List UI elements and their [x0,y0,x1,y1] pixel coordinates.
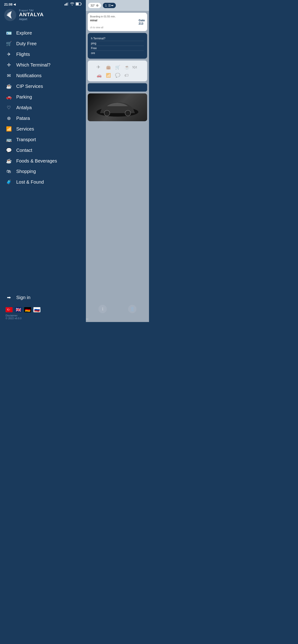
main-content-overlay: 32° ⚙ 1 ☰➡ Boarding in 01:55 min. minal … [86,0,149,322]
nav-item-flights[interactable]: ✈ Flights [0,49,86,60]
gate-number: 213 [139,22,145,25]
nav-label-services: Services [16,126,34,132]
sign-in-icon: ➡ [6,295,12,300]
blue-card: h Terminal?pingFreeore [88,33,147,59]
main-top-bar: 32° ⚙ 1 ☰➡ [86,0,149,11]
nav-label-shopping: Shopping [16,169,36,174]
nav-item-antalya[interactable]: ♡ Antalya [0,102,86,113]
blue-bar [88,83,147,92]
nav-icon-flights: ✈ [6,52,12,57]
nav-item-notifications[interactable]: ✉ Notifications [0,70,86,81]
nav-label-patara: Patara [16,116,30,121]
nav-label-duty-free: Duty Free [16,41,37,46]
sign-in-item[interactable]: ➡ Sign in [6,293,80,302]
status-left: 21:08 ◀ [4,2,16,6]
nav-label-contact: Contact [16,148,32,153]
nav-item-duty-free[interactable]: 🛒 Duty Free [0,38,86,49]
nav-label-lost-found: Lost & Found [16,180,44,185]
nav-icon-patara: ⊛ [6,116,12,121]
svg-rect-2 [67,3,67,6]
airport-logo-icon [4,9,16,21]
notification-badge[interactable]: 1 ☰➡ [103,3,116,8]
nav-icon-cip-services: ☕ [6,84,12,89]
nav-label-antalya: Antalya [16,105,32,110]
car-image-area [88,94,147,121]
nav-menu: 🪪 Explore 🛒 Duty Free ✈ Flights ✛ Which … [0,25,86,289]
nav-icon-shopping: 🛍 [6,169,12,174]
brand-main: ANTALYA [19,12,44,18]
location-icon: ◀ [14,3,16,6]
navigation-drawer: 21:08 ◀ [0,0,86,322]
blue-card-item: ore [91,51,144,56]
nav-label-notifications: Notifications [16,73,42,78]
sign-in-label: Sign in [16,295,31,300]
temperature-badge: 32° ⚙ [88,3,101,8]
disclaimer-text: Disclaimer [6,314,80,317]
nav-item-cip-services[interactable]: ☕ CIP Services [0,81,86,92]
svg-rect-3 [68,2,69,6]
brand-sub: Airport [19,18,44,21]
battery-icon [76,2,82,6]
nav-label-parking: Parking [16,94,32,100]
nav-icon-which-terminal: ✛ [6,62,12,68]
nav-label-cip-services: CIP Services [16,84,43,89]
nav-icon-explore: 🪪 [6,30,12,36]
nav-icon-foods-beverages: ☕ [6,158,12,164]
svg-text:🛒: 🛒 [115,65,120,70]
svg-text:📶: 📶 [106,73,111,78]
blue-card-item: ping [91,41,144,46]
svg-point-18 [104,110,110,116]
nav-icon-services: 📶 [6,126,12,132]
nav-item-parking[interactable]: 🚗 Parking [0,92,86,102]
notif-count: 1 [105,4,107,7]
svg-text:🏷: 🏷 [124,73,129,78]
boarding-text: Boarding in 01:55 min. [90,15,145,18]
drawer-bottom: ➡ Sign in [0,289,86,304]
wifi-icon [70,2,74,6]
svg-rect-5 [81,3,82,5]
nav-item-foods-beverages[interactable]: ☕ Foods & Beverages [0,156,86,166]
nav-item-which-terminal[interactable]: ✛ Which Terminal? [0,60,86,70]
nav-item-shopping[interactable]: 🛍 Shopping [0,166,86,177]
view-all-text: ch to view all [90,26,145,29]
flag-english[interactable] [15,307,22,312]
nav-item-explore[interactable]: 🪪 Explore [0,28,86,38]
icons-area: ✈ 👜 🛒 ☕ 🍽 🚗 📶 💬 🏷 [88,60,147,81]
svg-rect-6 [76,3,79,5]
nav-label-transport: Transport [16,137,36,142]
footer: Disclaimer © 2022 v6.0.0 [0,313,86,322]
svg-text:✈: ✈ [97,64,101,70]
terminal-text: minal [90,19,97,25]
svg-rect-1 [66,4,66,6]
copyright-text: © 2022 v6.0.0 [6,317,80,320]
nav-label-which-terminal: Which Terminal? [16,62,50,68]
flag-turkish[interactable] [6,307,13,312]
nav-icon-antalya: ♡ [6,105,12,110]
nav-item-patara[interactable]: ⊛ Patara [0,113,86,124]
blue-card-item: h Terminal? [91,36,144,41]
nav-icon-transport: 🚌 [6,137,12,142]
settings-icon: ⚙ [96,4,99,7]
car-illustration [94,96,141,119]
blue-card-item: Free [91,46,144,51]
svg-text:👜: 👜 [106,65,111,70]
flight-details: minal Gate 213 [90,19,145,25]
nav-item-services[interactable]: 📶 Services [0,124,86,134]
nav-label-explore: Explore [16,30,32,36]
nav-label-flights: Flights [16,52,30,57]
signal-icon [65,2,69,6]
nav-item-contact[interactable]: 💬 Contact [0,145,86,156]
svg-text:☕: ☕ [124,65,130,70]
svg-text:💬: 💬 [115,73,120,78]
nav-item-transport[interactable]: 🚌 Transport [0,134,86,145]
flag-russian[interactable] [34,307,40,312]
logo-text: Fraport TAV ANTALYA Airport [19,9,44,21]
logo-area: Fraport TAV ANTALYA Airport [0,7,86,25]
svg-point-19 [125,110,131,116]
svg-text:🚗: 🚗 [97,73,102,78]
nav-icon-duty-free: 🛒 [6,41,12,46]
flag-german[interactable] [24,307,31,312]
nav-item-lost-found[interactable]: 🧳 Lost & Found [0,177,86,187]
svg-text:🍽: 🍽 [133,65,137,70]
gate-info: Gate 213 [139,19,145,25]
